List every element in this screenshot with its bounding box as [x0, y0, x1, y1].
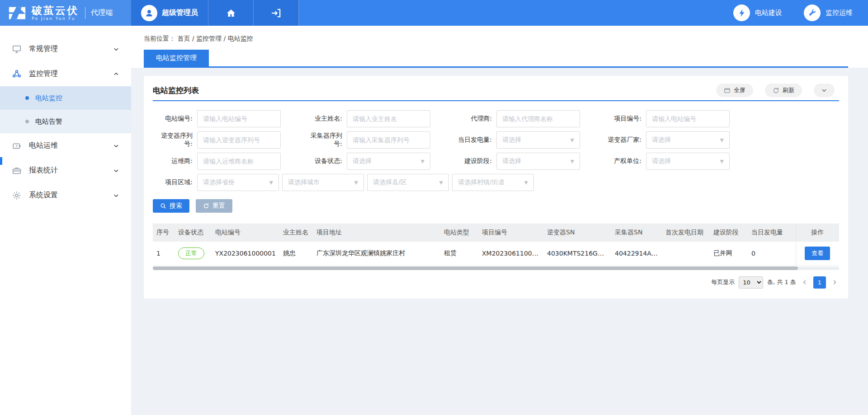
logout-button[interactable] [254, 0, 299, 26]
brand: 破茧云伏 Po Jian Yun Fu 代理端 [0, 0, 131, 26]
agent-input[interactable] [496, 110, 580, 127]
panel-header: 电站监控列表 全屏 刷新 [153, 80, 839, 101]
person-icon [144, 8, 154, 18]
reset-label: 重置 [212, 202, 225, 210]
fullscreen-icon [724, 87, 731, 94]
property-unit-select[interactable]: 请选择 ▼ [646, 153, 730, 170]
col-header-inverter-sn: 逆变器SN [543, 224, 611, 242]
per-page-select[interactable]: 10 [739, 276, 763, 289]
county-select[interactable]: 请选择县/区 ▼ [367, 174, 449, 191]
caret-down-icon: ▼ [439, 180, 443, 186]
refresh-icon [773, 87, 779, 94]
cell-stage: 已并网 [710, 242, 748, 265]
project-no-input[interactable] [646, 110, 730, 127]
fullscreen-button[interactable]: 全屏 [716, 84, 753, 97]
collector-sn-input[interactable] [347, 131, 430, 149]
sidebar-item-system-settings[interactable]: 系统设置 [0, 183, 131, 208]
next-page-button[interactable] [830, 279, 839, 285]
scrollbar-thumb[interactable] [153, 266, 798, 270]
cell-index: 1 [153, 242, 175, 265]
breadcrumb: 当前位置： 首页 / 监控管理 / 电站监控 [131, 26, 868, 50]
breadcrumb-separator: / [192, 35, 194, 42]
prev-page-button[interactable] [800, 279, 809, 285]
user-menu[interactable]: 超级管理员 [131, 0, 208, 26]
page-number-button[interactable]: 1 [813, 276, 826, 289]
monitor-icon [12, 44, 22, 54]
chevron-left-icon [802, 279, 808, 285]
cell-owner: 姚忠 [279, 242, 313, 265]
brand-subtitle: Po Jian Yun Fu [32, 17, 79, 21]
cell-project-no: XM2023061100001 [478, 242, 543, 265]
tab-station-monitor-management[interactable]: 电站监控管理 [144, 50, 209, 66]
col-header-stage: 建设阶段 [710, 224, 748, 242]
select-placeholder: 请选择 [502, 157, 521, 165]
col-header-address: 项目地址 [313, 224, 440, 242]
cell-station-no: YX2023061000001 [212, 242, 279, 265]
chevron-up-icon [113, 71, 119, 77]
wrench-icon [804, 5, 821, 21]
tab-bar: 电站监控管理 [144, 50, 848, 68]
search-label: 搜索 [170, 202, 182, 210]
field-label: 代理商: [452, 115, 496, 123]
home-button[interactable] [208, 0, 254, 26]
device-status-select[interactable]: 请选择 ▼ [347, 153, 430, 170]
breadcrumb-home[interactable]: 首页 [177, 35, 190, 42]
city-select[interactable]: 请选择城市 ▼ [282, 174, 364, 191]
col-header-device-status: 设备状态 [175, 224, 212, 242]
construction-stage-select[interactable]: 请选择 ▼ [496, 153, 580, 170]
per-page-prefix: 每页显示 [711, 278, 735, 286]
chevron-down-icon [113, 143, 119, 149]
town-select[interactable]: 请选择村镇/街道 ▼ [452, 174, 534, 191]
field-label: 运维商: [153, 157, 197, 165]
region-selects: 请选择省份 ▼ 请选择城市 ▼ 请选择县/区 ▼ [197, 174, 534, 191]
caret-down-icon: ▼ [524, 180, 528, 186]
gear-icon [12, 191, 22, 201]
brand-title: 破茧云伏 [32, 5, 79, 16]
chevron-down-icon [113, 168, 119, 174]
fullscreen-label: 全屏 [734, 86, 745, 94]
sidebar-item-report-statistics[interactable]: 报表统计 [0, 158, 131, 183]
sidebar-item-label: 系统设置 [29, 191, 58, 200]
caret-down-icon: ▼ [720, 159, 724, 164]
cell-device-status: 正常 [175, 242, 212, 265]
cell-actions: 查看 [796, 242, 839, 265]
nav-station-build[interactable]: 电站建设 [733, 5, 782, 21]
sidebar-subitem-station-monitor[interactable]: 电站监控 [0, 86, 131, 110]
user-avatar [141, 5, 157, 21]
refresh-button[interactable]: 刷新 [765, 84, 802, 97]
inverter-vendor-select[interactable]: 请选择 ▼ [646, 131, 730, 149]
sidebar-subitem-station-alarm[interactable]: 电站告警 [0, 110, 131, 133]
field-label: 电站编号: [153, 115, 197, 123]
header-quick-nav: 电站建设 监控运维 [733, 0, 868, 26]
panel-title: 电站监控列表 [153, 85, 199, 96]
nav-station-build-label: 电站建设 [755, 9, 782, 17]
breadcrumb-station-monitor[interactable]: 电站监控 [228, 35, 253, 42]
chevron-down-icon [113, 192, 119, 199]
caret-down-icon: ▼ [269, 180, 273, 186]
portal-label: 代理端 [91, 8, 113, 18]
collapse-toggle-button[interactable] [814, 84, 835, 97]
sidebar-item-general-management[interactable]: 常规管理 [0, 37, 131, 61]
ops-provider-input[interactable] [197, 153, 281, 170]
panel-tools: 全屏 刷新 [716, 84, 839, 97]
daily-power-select[interactable]: 请选择 ▼ [496, 131, 580, 149]
nav-monitor-ops[interactable]: 监控运维 [804, 5, 853, 21]
breadcrumb-prefix: 当前位置： [144, 35, 175, 42]
reset-button[interactable]: 重置 [196, 199, 232, 213]
province-select[interactable]: 请选择省份 ▼ [197, 174, 279, 191]
breadcrumb-monitor-management[interactable]: 监控管理 [196, 35, 222, 42]
inverter-sn-input[interactable] [197, 131, 281, 149]
total-count-label: 条, 共 1 条 [767, 278, 796, 286]
sidebar-item-station-ops[interactable]: 电站运维 [0, 133, 131, 158]
select-placeholder: 请选择 [652, 136, 671, 144]
field-label: 当日发电量: [452, 136, 496, 144]
view-button[interactable]: 查看 [805, 247, 830, 260]
sidebar-scrollbar-thumb[interactable] [0, 157, 2, 165]
filter-actions: 搜索 重置 [153, 199, 839, 213]
sidebar-item-monitor-management[interactable]: 监控管理 [0, 61, 131, 86]
station-no-input[interactable] [197, 110, 281, 127]
field-label: 业主姓名: [302, 115, 347, 123]
search-button[interactable]: 搜索 [153, 199, 189, 213]
logout-icon [270, 7, 282, 19]
owner-name-input[interactable] [347, 110, 430, 127]
